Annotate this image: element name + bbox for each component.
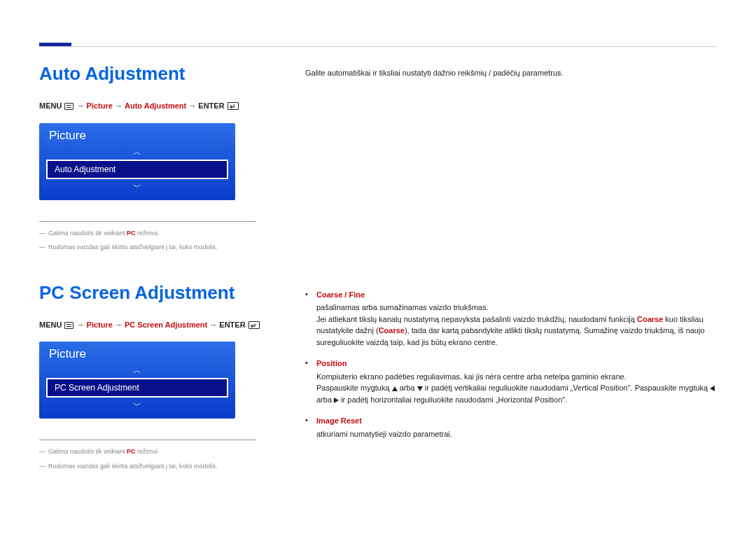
description-auto-adjustment: Galite automatiškai ir tiksliai nustatyt… [305,67,717,79]
triangle-up-icon [392,386,398,391]
menu-label: MENU [39,101,62,110]
path-picture: Picture [87,101,113,110]
menu-path-pc-screen-adjustment: MENU → Picture → PC Screen Adjustment → … [39,319,277,331]
bullet-text: Paspauskite mygtuką arba ir padėtį verti… [316,382,717,405]
chevron-up-icon: ︿ [39,147,235,157]
enter-label: ENTER [219,321,245,329]
menu-path-auto-adjustment: MENU → Picture → Auto Adjustment → ENTER [39,100,277,112]
triangle-down-icon [417,386,423,391]
chevron-down-icon: ﹀ [39,182,235,192]
menu-icon [64,103,74,110]
footnotes-pc-screen-adjustment: ―Galima naudotis tik veikiant PC režimui… [39,440,256,471]
list-item: • Coarse / Fine pašalinamas arba sumažin… [305,289,717,349]
triangle-left-icon [710,386,715,391]
chevron-up-icon: ︿ [39,365,235,375]
bullet-title-position: Position [316,358,717,370]
bullet-title-image-reset: Image Reset [316,415,717,427]
bullet-title-coarse-fine: Coarse / Fine [316,289,717,301]
osd-selected-item: Auto Adjustment [46,160,228,179]
osd-preview-pc-screen-adjustment: Picture ︿ PC Screen Adjustment ﹀ [39,342,235,419]
osd-selected-item: PC Screen Adjustment [46,378,228,398]
footnotes-auto-adjustment: ―Galima naudotis tik veikiant PC režimui… [39,221,256,253]
section-title-auto-adjustment: Auto Adjustment [39,63,277,85]
enter-icon [248,321,260,329]
bullet-text: pašalinamas arba sumažinamas vaizdo triu… [316,302,717,314]
enter-label: ENTER [198,101,224,110]
list-item: • Image Reset atkuriami numatytieji vaiz… [305,415,717,440]
menu-icon [64,322,74,329]
enter-icon [227,102,239,110]
menu-label: MENU [39,321,62,329]
osd-title: Picture [39,127,235,147]
chevron-down-icon: ﹀ [39,400,235,410]
bullet-text: Kompiuterio ekrano padėties reguliavimas… [316,371,717,383]
path-pc-screen-adjustment: PC Screen Adjustment [125,321,207,329]
path-picture: Picture [87,321,113,329]
section-title-pc-screen-adjustment: PC Screen Adjustment [39,282,277,304]
bullet-text: Jei atliekant tikslų kanalų nustatymą ne… [316,314,717,349]
list-item: • Position Kompiuterio ekrano padėties r… [305,358,717,405]
osd-preview-auto-adjustment: Picture ︿ Auto Adjustment ﹀ [39,123,235,200]
osd-title: Picture [39,346,235,365]
path-auto-adjustment: Auto Adjustment [125,101,186,110]
bullet-list-pc-screen-adjustment: • Coarse / Fine pašalinamas arba sumažin… [305,289,717,440]
bullet-text: atkuriami numatytieji vaizdo parametrai. [316,428,717,440]
